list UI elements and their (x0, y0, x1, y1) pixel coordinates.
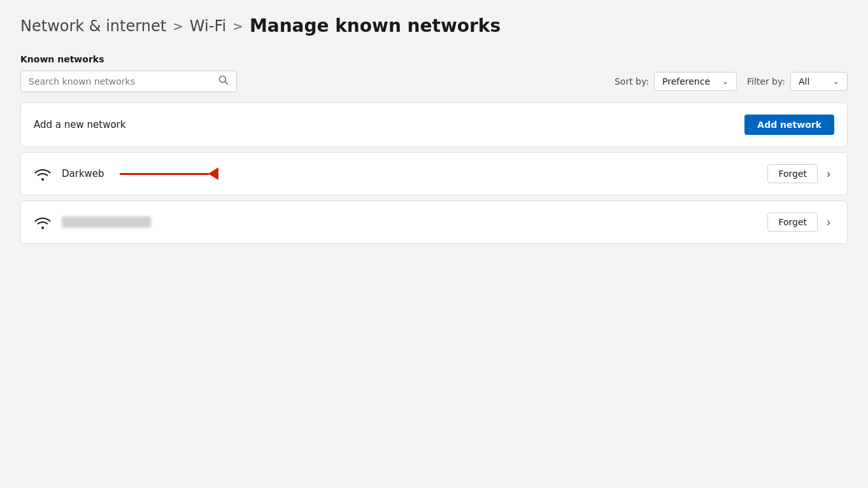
filter-group: Filter by: All ⌄ (747, 72, 848, 91)
breadcrumb-network-internet[interactable]: Network & internet (20, 17, 166, 35)
arrow-annotation (120, 167, 218, 180)
breadcrumb-sep-1: > (173, 18, 183, 34)
add-network-button[interactable]: Add network (744, 115, 834, 135)
controls-row: Sort by: Preference ⌄ Filter by: All ⌄ (20, 71, 848, 92)
filter-controls: Sort by: Preference ⌄ Filter by: All ⌄ (615, 72, 848, 91)
filter-dropdown[interactable]: All ⌄ (790, 72, 848, 91)
expand-button-darkweb[interactable]: › (823, 165, 834, 183)
network-row-blurred: Forget › (20, 200, 848, 244)
expand-button-blurred[interactable]: › (823, 213, 834, 232)
search-input[interactable] (29, 76, 213, 87)
network-card-left-blurred (34, 215, 767, 229)
network-name-blurred (62, 216, 151, 228)
filter-label: Filter by: (747, 76, 785, 87)
network-card-left-darkweb: Darkweb (34, 167, 767, 181)
breadcrumb: Network & internet > Wi-Fi > Manage know… (20, 15, 848, 36)
sort-label: Sort by: (615, 76, 649, 87)
network-row-darkweb: Darkweb Forget › (20, 152, 848, 195)
breadcrumb-current: Manage known networks (250, 15, 501, 36)
arrow-head (208, 167, 218, 180)
filter-chevron-icon: ⌄ (833, 77, 839, 86)
forget-button-darkweb[interactable]: Forget (767, 164, 818, 183)
sort-dropdown[interactable]: Preference ⌄ (654, 72, 737, 91)
add-network-label: Add a new network (34, 119, 125, 130)
sort-chevron-icon: ⌄ (722, 77, 729, 86)
filter-value: All (799, 76, 809, 87)
sort-value: Preference (662, 76, 710, 87)
sort-group: Sort by: Preference ⌄ (615, 72, 737, 91)
breadcrumb-wifi[interactable]: Wi-Fi (190, 17, 226, 35)
section-label: Known networks (20, 54, 848, 64)
wifi-icon-blurred (34, 215, 52, 229)
network-card-right-blurred: Forget › (767, 213, 834, 232)
arrow-line (120, 173, 209, 175)
network-card-right-darkweb: Forget › (767, 164, 834, 183)
svg-line-1 (225, 82, 228, 85)
wifi-icon-darkweb (34, 167, 52, 181)
search-icon (218, 75, 229, 88)
breadcrumb-sep-2: > (232, 18, 243, 34)
network-name-darkweb: Darkweb (62, 168, 104, 179)
search-box[interactable] (20, 71, 237, 92)
forget-button-blurred[interactable]: Forget (767, 213, 818, 232)
add-network-card: Add a new network Add network (20, 102, 848, 147)
